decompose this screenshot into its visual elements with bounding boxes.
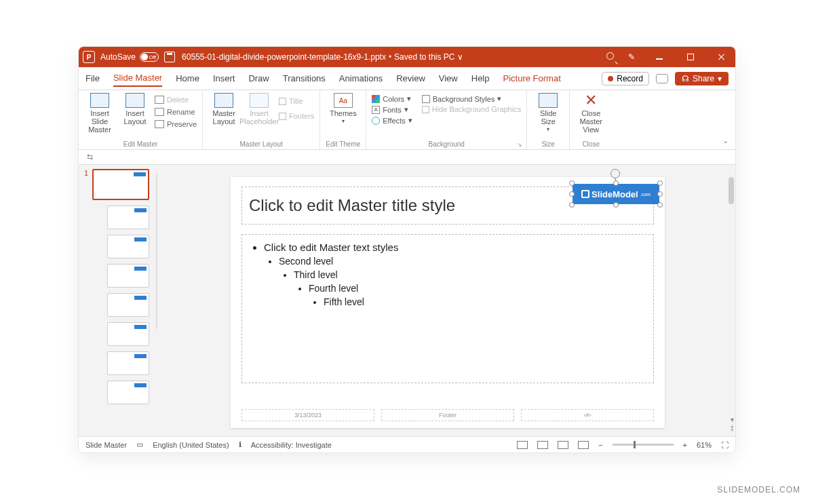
thumbnail-layout[interactable]	[107, 381, 149, 404]
resize-handle[interactable]	[613, 202, 619, 208]
search-button[interactable]	[606, 52, 616, 62]
insert-layout-button[interactable]: Insert Layout	[119, 93, 151, 125]
effects-button[interactable]: Effects▾	[372, 116, 412, 125]
footers-checkbox[interactable]: Footers	[279, 111, 314, 121]
thumbnail-layout[interactable]	[107, 322, 149, 346]
zoom-in-button[interactable]: +	[683, 441, 687, 449]
customize-qat-button[interactable]: ⇆	[87, 153, 93, 161]
thumbnail-panel[interactable]: 1	[79, 165, 160, 436]
delete-icon	[155, 96, 164, 104]
record-button[interactable]: Record	[602, 72, 649, 85]
thumbnail-layout[interactable]	[107, 264, 149, 288]
tab-slide-master[interactable]: Slide Master	[113, 70, 162, 87]
slide-canvas[interactable]: Click to edit Master title style SlideMo…	[231, 177, 665, 428]
view-sorter-button[interactable]	[537, 441, 548, 449]
body-placeholder[interactable]: Click to edit Master text styles Second …	[241, 234, 654, 383]
slidenum-placeholder[interactable]: ‹#›	[521, 409, 654, 421]
share-button[interactable]: ☊ Share ▾	[675, 72, 729, 85]
status-language[interactable]: English (United States)	[153, 441, 229, 449]
thumbnail-layout[interactable]	[107, 351, 149, 375]
preserve-button[interactable]: Preserve	[155, 119, 197, 130]
zoom-nav-icons[interactable]: ▾‡	[730, 416, 734, 432]
comments-button[interactable]	[656, 74, 668, 83]
collapse-ribbon-button[interactable]: ⌄	[716, 132, 735, 149]
dialog-launcher-icon[interactable]: ↘	[517, 141, 522, 148]
close-window-button[interactable]	[712, 53, 731, 61]
toggle-off-icon[interactable]: Off	[140, 52, 159, 62]
thumbnail-scrollbar[interactable]	[156, 173, 157, 329]
insert-slide-master-button[interactable]: Insert Slide Master	[84, 93, 115, 134]
hide-bg-checkbox[interactable]: Hide Background Graphics	[422, 105, 521, 113]
master-layout-icon	[214, 93, 233, 108]
title-checkbox[interactable]: Title	[279, 96, 314, 106]
view-slideshow-button[interactable]	[578, 441, 589, 449]
tab-help[interactable]: Help	[471, 71, 490, 86]
chevron-down-icon: ▾	[342, 119, 345, 125]
delete-button[interactable]: Delete	[155, 94, 197, 105]
background-styles-button[interactable]: Background Styles▾	[422, 94, 521, 103]
minimize-button[interactable]	[650, 54, 669, 59]
pen-button[interactable]: ✎	[628, 52, 638, 62]
fonts-button[interactable]: AFonts▾	[372, 105, 412, 114]
preserve-icon	[155, 120, 164, 128]
editor-scrollbar[interactable]	[729, 177, 734, 204]
view-reading-button[interactable]	[558, 441, 568, 449]
document-title[interactable]: 60555-01-digital-divide-powerpoint-templ…	[182, 52, 463, 62]
label: Close Master View	[575, 109, 606, 134]
thumbnail-layout[interactable]	[107, 293, 149, 317]
zoom-out-button[interactable]: −	[598, 441, 602, 449]
ribbon-group-background: Colors▾ AFonts▾ Effects▾ Background Styl…	[366, 90, 527, 149]
tab-animations[interactable]: Animations	[339, 71, 383, 86]
tab-home[interactable]: Home	[176, 71, 199, 86]
thumbnail-layout[interactable]	[107, 235, 149, 258]
rename-button[interactable]: Rename	[155, 106, 197, 117]
footer-placeholder[interactable]: Footer	[381, 409, 514, 421]
zoom-slider[interactable]	[613, 444, 674, 446]
chevron-down-icon[interactable]: ▾	[731, 416, 734, 423]
tab-draw[interactable]: Draw	[248, 71, 269, 86]
resize-handle[interactable]	[657, 180, 663, 186]
thumbnail-layout[interactable]	[107, 206, 149, 229]
body-level-1: Click to edit Master text styles	[264, 241, 644, 253]
tab-view[interactable]: View	[439, 71, 458, 86]
close-master-view-button[interactable]: ✕ Close Master View	[575, 93, 606, 134]
file-name: 60555-01-digital-divide-powerpoint-templ…	[182, 52, 386, 62]
thumbnail-master[interactable]	[92, 169, 149, 200]
selected-logo-image[interactable]: SlideModel.com	[573, 184, 659, 204]
resize-handle[interactable]	[613, 180, 619, 186]
book-icon[interactable]: ▭	[136, 440, 143, 449]
insert-placeholder-button[interactable]: Insert Placeholder	[244, 93, 275, 125]
master-layout-button[interactable]: Master Layout	[208, 93, 239, 125]
status-accessibility[interactable]: Accessibility: Investigate	[251, 441, 332, 449]
chevron-down-icon[interactable]: ∨	[457, 52, 463, 62]
fit-to-window-button[interactable]: ⛶	[721, 441, 729, 449]
view-normal-button[interactable]	[517, 441, 528, 449]
resize-handle[interactable]	[657, 191, 663, 197]
logo-chip	[134, 296, 147, 300]
slide-editor[interactable]: Click to edit Master title style SlideMo…	[160, 165, 735, 436]
ribbon: Insert Slide Master Insert Layout Delete…	[79, 90, 735, 150]
save-button[interactable]	[164, 52, 175, 62]
resize-handle[interactable]	[657, 202, 663, 208]
chevron-down-icon: ⌄	[722, 136, 729, 144]
date-placeholder[interactable]: 3/13/2023	[241, 409, 374, 421]
split-icon[interactable]: ‡	[730, 425, 734, 432]
logo-chip	[134, 354, 147, 358]
checkbox-icon	[422, 106, 429, 113]
resize-handle[interactable]	[569, 202, 575, 208]
colors-button[interactable]: Colors▾	[372, 94, 412, 103]
themes-button[interactable]: Aa Themes ▾	[328, 93, 359, 125]
tab-transitions[interactable]: Transitions	[283, 71, 326, 86]
resize-handle[interactable]	[569, 191, 575, 197]
zoom-level[interactable]: 61%	[697, 441, 712, 449]
maximize-button[interactable]	[681, 54, 700, 60]
rotate-handle-icon[interactable]	[610, 169, 620, 178]
autosave-toggle[interactable]: AutoSave Off	[100, 52, 159, 62]
tab-review[interactable]: Review	[396, 71, 425, 86]
tab-picture-format[interactable]: Picture Format	[503, 71, 561, 86]
resize-handle[interactable]	[569, 180, 575, 186]
tab-insert[interactable]: Insert	[213, 71, 235, 86]
tab-file[interactable]: File	[85, 71, 100, 86]
themes-icon: Aa	[334, 93, 353, 108]
slide-size-button[interactable]: Slide Size ▾	[532, 93, 564, 133]
